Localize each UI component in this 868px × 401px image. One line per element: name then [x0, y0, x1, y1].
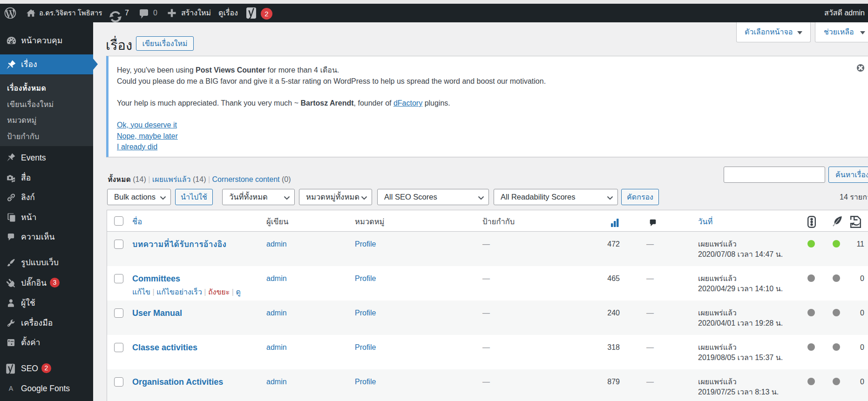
svg-text:A: A — [9, 385, 14, 392]
